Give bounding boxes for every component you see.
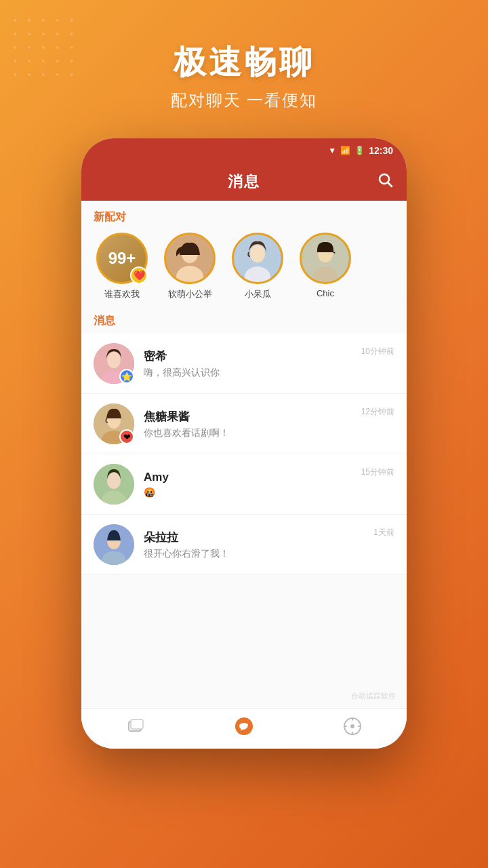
watermark: 自动追踪软件 <box>351 691 396 701</box>
msg3-body: Amy 🤬 <box>144 471 352 498</box>
match-item-user1[interactable]: 软萌小公举 <box>156 233 224 300</box>
likes-count: 99+ <box>108 250 136 267</box>
msg4-name: 朵拉拉 <box>144 530 364 545</box>
nav-item-messages[interactable] <box>190 709 298 749</box>
user1-avatar-wrap <box>164 233 216 284</box>
msg3-time: 15分钟前 <box>361 467 394 478</box>
message-item-1[interactable]: ⭐ 密希 嗨，很高兴认识你 10分钟前 <box>81 334 407 394</box>
svg-point-27 <box>350 724 354 728</box>
likes-avatar-wrap: 99+ ❤️ <box>96 233 148 284</box>
msg2-avatar-wrap: ❤ <box>94 403 134 444</box>
user1-avatar <box>164 233 216 284</box>
nav-bar: 消息 <box>81 163 407 201</box>
user2-avatar <box>232 233 283 284</box>
match-item-user2[interactable]: 小呆瓜 <box>224 233 291 300</box>
svg-point-12 <box>107 352 121 368</box>
msg2-heart-badge: ❤ <box>119 429 134 444</box>
likes-name: 谁喜欢我 <box>104 288 140 300</box>
nav-item-cards[interactable] <box>81 709 190 749</box>
status-icons: ▼ 📶 🔋 12:30 <box>328 145 393 156</box>
msg2-body: 焦糖果酱 你也喜欢看话剧啊！ <box>144 409 352 439</box>
message-item-3[interactable]: Amy 🤬 15分钟前 <box>81 454 407 515</box>
msg1-avatar-wrap: ⭐ <box>94 343 134 384</box>
svg-rect-24 <box>131 719 143 729</box>
msg1-star-badge: ⭐ <box>119 369 134 384</box>
cards-icon <box>126 717 145 741</box>
status-bar: ▼ 📶 🔋 12:30 <box>81 138 407 163</box>
new-matches-label: 新配对 <box>81 201 407 230</box>
msg2-time: 12分钟前 <box>361 406 394 418</box>
matches-row: 99+ ❤️ 谁喜欢我 <box>81 230 407 311</box>
svg-point-6 <box>250 245 265 262</box>
msg1-time: 10分钟前 <box>361 346 394 357</box>
msg4-body: 朵拉拉 很开心你右滑了我！ <box>144 530 364 560</box>
msg4-avatar <box>94 524 134 565</box>
user2-avatar-wrap <box>232 233 283 284</box>
message-item-4[interactable]: 朵拉拉 很开心你右滑了我！ 1天前 <box>81 515 407 575</box>
msg4-time: 1天前 <box>373 527 394 538</box>
msg1-preview: 嗨，很高兴认识你 <box>144 367 352 379</box>
msg1-body: 密希 嗨，很高兴认识你 <box>144 349 352 379</box>
msg2-name: 焦糖果酱 <box>144 409 352 425</box>
search-button[interactable] <box>377 172 393 192</box>
svg-line-1 <box>388 183 392 187</box>
hero-title: 极速畅聊 <box>171 41 318 84</box>
wifi-icon: ▼ <box>328 146 336 155</box>
content-area: 新配对 99+ ❤️ 谁喜欢我 <box>81 201 407 708</box>
background-dots <box>14 14 95 95</box>
battery-icon: 🔋 <box>354 146 365 155</box>
svg-point-18 <box>107 473 121 489</box>
msg3-name: Amy <box>144 471 352 484</box>
msg4-preview: 很开心你右滑了我！ <box>144 548 364 560</box>
nav-title: 消息 <box>228 172 260 192</box>
msg3-avatar-wrap <box>94 464 134 505</box>
msg4-avatar-wrap <box>94 524 134 565</box>
match-item-user3[interactable]: Chic <box>291 233 359 300</box>
signal-icon: 📶 <box>340 146 350 155</box>
discover-icon <box>343 717 362 741</box>
status-time: 12:30 <box>369 145 393 156</box>
user2-name: 小呆瓜 <box>245 288 271 300</box>
user1-name: 软萌小公举 <box>168 288 212 300</box>
user3-avatar-wrap <box>300 233 351 284</box>
hero-subtitle: 配对聊天 一看便知 <box>171 90 318 111</box>
messages-section-label: 消息 <box>81 311 407 334</box>
msg3-preview: 🤬 <box>144 487 352 498</box>
msg2-preview: 你也喜欢看话剧啊！ <box>144 427 352 439</box>
hero-section: 极速畅聊 配对聊天 一看便知 <box>171 41 318 111</box>
phone-mockup: ▼ 📶 🔋 12:30 消息 新配对 99+ ❤️ <box>81 138 407 749</box>
bottom-nav <box>81 708 407 749</box>
heart-badge-icon: ❤️ <box>130 267 148 284</box>
match-item-likes[interactable]: 99+ ❤️ 谁喜欢我 <box>88 233 156 300</box>
user3-avatar <box>300 233 351 284</box>
message-item-2[interactable]: ❤ 焦糖果酱 你也喜欢看话剧啊！ 12分钟前 <box>81 394 407 454</box>
messages-icon <box>234 716 254 741</box>
msg3-avatar <box>94 464 134 505</box>
user3-name: Chic <box>317 288 334 298</box>
msg1-name: 密希 <box>144 349 352 364</box>
nav-item-discover[interactable] <box>298 709 407 749</box>
